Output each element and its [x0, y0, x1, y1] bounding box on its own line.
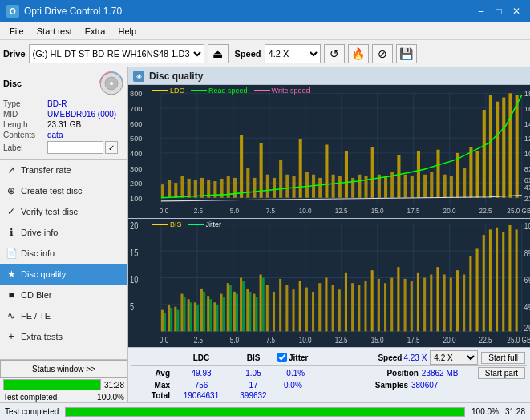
jitter-checkbox[interactable]: [277, 353, 287, 362]
svg-rect-94: [516, 95, 519, 197]
svg-rect-52: [240, 135, 243, 198]
svg-rect-198: [236, 293, 238, 331]
start-full-button[interactable]: Start full: [481, 352, 525, 364]
close-button[interactable]: ✕: [509, 4, 524, 18]
menu-help[interactable]: Help: [111, 25, 143, 38]
svg-rect-179: [469, 256, 471, 331]
svg-text:15.0: 15.0: [371, 335, 384, 345]
svg-rect-84: [450, 176, 453, 198]
jitter-legend-dot: [188, 224, 204, 225]
menu-start-test[interactable]: Start test: [30, 25, 79, 38]
label-apply-button[interactable]: ✓: [105, 141, 118, 154]
svg-text:14X: 14X: [524, 120, 530, 128]
progress-bar-fill: [4, 380, 100, 390]
nav-disc-info[interactable]: 📄 Disc info: [0, 243, 127, 264]
speed-stat-label: Speed: [378, 353, 402, 362]
menu-bar: File Start test Extra Help: [0, 22, 530, 40]
nav-create-test-disc[interactable]: ⊕ Create test disc: [0, 180, 127, 201]
disc-info-icon: 📄: [5, 247, 18, 260]
write-speed-legend-label: Write speed: [272, 87, 310, 95]
svg-rect-180: [476, 248, 479, 331]
svg-text:0.0: 0.0: [160, 208, 169, 215]
svg-rect-189: [176, 309, 179, 331]
eject-button[interactable]: ⏏: [208, 44, 229, 63]
nav-cd-bler[interactable]: ■ CD Bler: [0, 285, 127, 305]
nav-fe-te[interactable]: ∿ FE / TE: [0, 305, 127, 326]
jitter-legend-item: Jitter: [188, 220, 222, 228]
svg-rect-165: [378, 278, 380, 331]
svg-rect-151: [285, 285, 288, 330]
svg-text:16X: 16X: [524, 105, 530, 113]
svg-rect-155: [312, 291, 314, 330]
right-panel: ◈ Disc quality LDC Read speed: [128, 67, 530, 402]
speed-stat-select[interactable]: 4.2 X: [430, 350, 478, 365]
save-button[interactable]: 💾: [396, 44, 417, 63]
svg-rect-166: [384, 283, 386, 331]
svg-rect-190: [184, 297, 186, 331]
speed-select[interactable]: 4.2 X: [265, 44, 321, 63]
disc-mid-row: MID UMEBDR016 (000): [3, 110, 124, 119]
speed-label: Speed: [235, 49, 261, 59]
svg-text:12X: 12X: [524, 135, 530, 143]
burn-button[interactable]: 🔥: [348, 44, 369, 63]
svg-text:15.0: 15.0: [371, 208, 384, 215]
svg-rect-53: [246, 168, 249, 197]
status-window-button[interactable]: Status window >>: [0, 360, 127, 378]
upper-chart-svg: 800 700 600 500 400 300 200 100 18X 16X …: [128, 85, 530, 218]
nav-extra-tests[interactable]: + Extra tests: [0, 326, 127, 347]
label-input[interactable]: [47, 141, 103, 154]
minimize-button[interactable]: –: [474, 4, 488, 18]
nav-create-test-disc-label: Create test disc: [21, 186, 82, 196]
refresh-button[interactable]: ↺: [324, 44, 345, 63]
nav-verify-test-disc[interactable]: ✓ Verify test disc: [0, 201, 127, 222]
jitter-avg: -0.1%: [277, 369, 386, 378]
svg-rect-136: [188, 299, 190, 331]
bottom-progress-fill: [66, 408, 464, 416]
nav-transfer-rate[interactable]: ↗ Transfer rate: [0, 160, 127, 180]
svg-rect-68: [345, 151, 348, 198]
svg-text:25.0 GB: 25.0 GB: [507, 208, 530, 215]
disc-length-row: Length 23.31 GB: [3, 120, 124, 129]
svg-rect-67: [338, 176, 342, 198]
title-bar: O Opti Drive Control 1.70 – □ ✕: [0, 0, 530, 22]
bis-total: 399632: [229, 391, 277, 400]
svg-text:5: 5: [130, 301, 134, 311]
svg-rect-89: [483, 110, 486, 198]
svg-rect-74: [384, 176, 387, 198]
svg-rect-81: [430, 172, 433, 198]
erase-button[interactable]: ⊘: [372, 44, 393, 63]
progress-percent: 100.0%: [97, 393, 124, 402]
svg-rect-183: [496, 227, 498, 331]
svg-rect-150: [279, 278, 281, 331]
app-title: Opti Drive Control 1.70: [24, 6, 122, 17]
menu-file[interactable]: File: [3, 25, 30, 38]
svg-rect-185: [508, 225, 511, 331]
svg-rect-79: [417, 151, 420, 198]
start-part-button[interactable]: Start part: [478, 367, 525, 379]
position-value: 23862 MB: [422, 369, 478, 378]
mid-key: MID: [3, 110, 47, 119]
svg-rect-90: [489, 95, 492, 197]
ldc-legend-label: LDC: [170, 87, 184, 95]
svg-rect-88: [476, 151, 479, 198]
svg-rect-57: [273, 178, 276, 198]
svg-rect-175: [443, 274, 446, 331]
maximize-button[interactable]: □: [492, 4, 506, 18]
svg-rect-138: [200, 288, 203, 330]
nav-drive-info[interactable]: ℹ Drive info: [0, 222, 127, 243]
svg-text:12.5: 12.5: [335, 335, 348, 345]
status-completed-text: Test completed: [3, 393, 57, 402]
main-area: Disc Type BD-R MID UMEBDR016 (000) L: [0, 67, 530, 402]
svg-rect-51: [233, 178, 237, 198]
menu-extra[interactable]: Extra: [79, 25, 112, 38]
nav-disc-info-label: Disc info: [21, 248, 55, 258]
nav-disc-quality[interactable]: ★ Disc quality: [0, 264, 127, 285]
ldc-total: 19064631: [173, 391, 229, 400]
svg-text:200: 200: [130, 180, 142, 188]
drive-select[interactable]: (G:) HL-DT-ST BD-RE WH16NS48 1.D3: [29, 44, 204, 63]
svg-rect-153: [299, 281, 301, 331]
svg-text:20.0: 20.0: [443, 335, 456, 345]
extra-tests-icon: +: [5, 330, 18, 343]
samples-value: 380607: [411, 381, 467, 390]
svg-rect-59: [285, 175, 289, 198]
